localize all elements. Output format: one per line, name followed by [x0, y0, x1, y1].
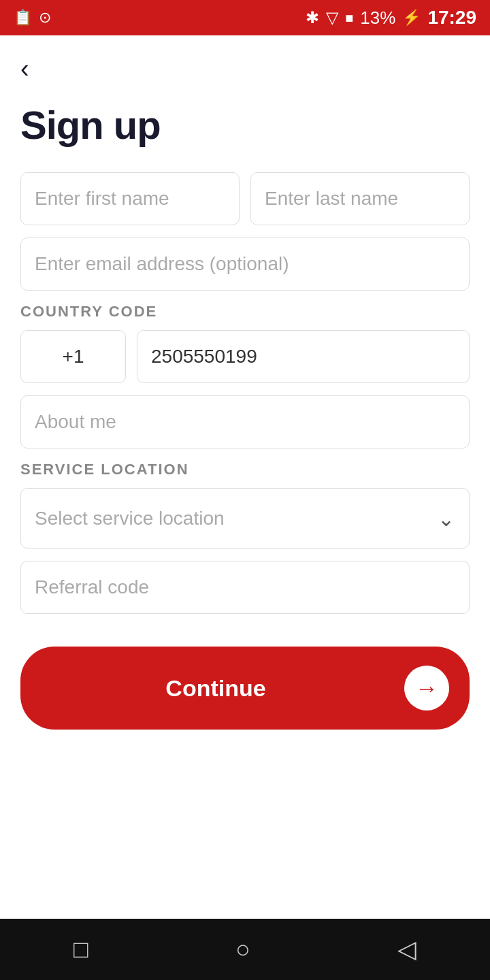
status-bar: 📋 ⊙ ✱ ▽ ■ 13% ⚡ 17:29 — [0, 0, 490, 35]
page-title: Sign up — [20, 102, 470, 148]
phone-input[interactable] — [137, 330, 470, 383]
service-location-wrapper: Select service location ⌄ — [20, 488, 470, 549]
first-name-input[interactable] — [20, 172, 240, 225]
bottom-nav-bar: □ ○ ◁ — [0, 919, 490, 980]
name-row — [20, 172, 470, 225]
back-button[interactable]: ‹ — [20, 49, 29, 88]
continue-button[interactable]: Continue → — [20, 647, 470, 730]
status-right-icons: ✱ ▽ ■ 13% ⚡ 17:29 — [306, 7, 476, 29]
time-display: 17:29 — [427, 7, 476, 29]
app-icon-1: 📋 — [14, 9, 32, 27]
main-content: ‹ Sign up COUNTRY CODE +1 SERVICE LOCATI… — [0, 35, 490, 919]
email-input[interactable] — [20, 238, 470, 291]
nav-circle-icon[interactable]: ○ — [235, 935, 250, 964]
country-code-label: COUNTRY CODE — [20, 303, 470, 321]
phone-row: +1 — [20, 330, 470, 383]
service-location-select[interactable]: Select service location — [20, 488, 470, 549]
nav-square-icon[interactable]: □ — [74, 935, 88, 964]
last-name-input[interactable] — [250, 172, 470, 225]
country-code-button[interactable]: +1 — [20, 330, 126, 383]
country-code-value: +1 — [63, 346, 84, 368]
bluetooth-icon: ✱ — [306, 8, 319, 27]
arrow-right-icon: → — [415, 675, 438, 702]
service-location-label: SERVICE LOCATION — [20, 461, 470, 478]
app-icon-2: ⊙ — [39, 9, 51, 27]
nav-back-icon[interactable]: ◁ — [397, 935, 416, 964]
referral-code-input[interactable] — [20, 561, 470, 614]
about-me-input[interactable] — [20, 395, 470, 448]
status-left-icons: 📋 ⊙ — [14, 9, 51, 27]
continue-arrow-circle: → — [404, 666, 449, 710]
continue-label: Continue — [41, 675, 404, 702]
battery-percent: 13% — [360, 7, 395, 29]
charging-icon: ⚡ — [402, 9, 421, 27]
back-arrow-icon: ‹ — [20, 56, 29, 82]
signal-icon: ■ — [345, 10, 353, 26]
wifi-icon: ▽ — [326, 8, 338, 27]
